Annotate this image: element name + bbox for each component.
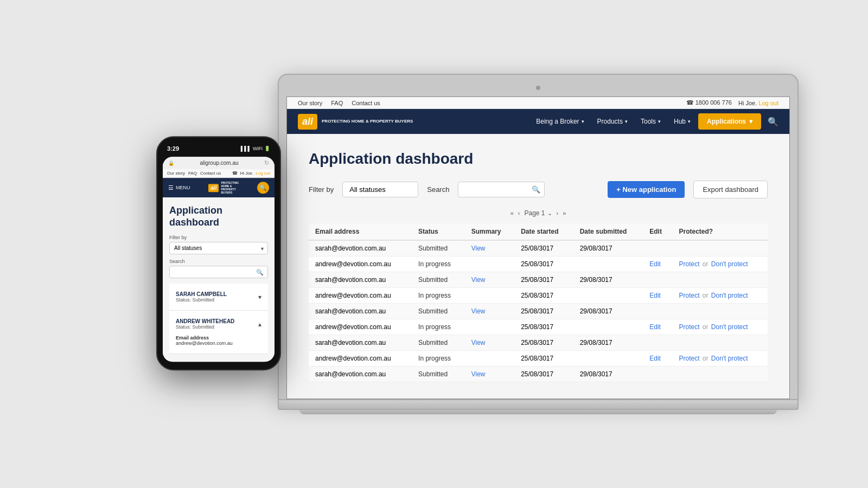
phone-topbar-contact[interactable]: Contact us bbox=[200, 171, 221, 176]
cell-edit[interactable]: Edit bbox=[643, 256, 672, 272]
dont-protect-link[interactable]: Don't protect bbox=[711, 260, 748, 268]
cell-status: Submitted bbox=[412, 367, 465, 382]
cell-date-started: 25/08/3017 bbox=[514, 240, 573, 256]
phone-page-title: Application dashboard bbox=[169, 205, 268, 228]
nav-products[interactable]: Products ▾ bbox=[592, 114, 633, 129]
battery-icon: 🔋 bbox=[264, 146, 270, 151]
cell-email: andrew@devotion.com.au bbox=[309, 288, 412, 304]
cell-summary[interactable]: View bbox=[465, 335, 514, 351]
or-separator: or bbox=[700, 355, 710, 362]
cell-edit[interactable]: Edit bbox=[643, 319, 672, 335]
phone-card-andrew-header[interactable]: ANDREW WHITEHEAD Status: Submitted ▴ bbox=[169, 315, 268, 333]
protect-link[interactable]: Protect bbox=[679, 292, 699, 299]
dont-protect-link[interactable]: Don't protect bbox=[711, 323, 748, 331]
applications-button[interactable]: Applications ▾ bbox=[698, 113, 761, 130]
cell-summary[interactable]: View bbox=[465, 304, 514, 319]
summary-view-link[interactable]: View bbox=[471, 339, 486, 346]
phone-card-sarah-chevron[interactable]: ▾ bbox=[258, 293, 261, 301]
topbar-link-contact[interactable]: Contact us bbox=[352, 100, 380, 106]
dont-protect-link[interactable]: Don't protect bbox=[711, 292, 748, 299]
cell-email: sarah@devotion.com.au bbox=[309, 304, 412, 319]
phone-main: Application dashboard Filter by All stat… bbox=[163, 197, 275, 362]
phone-navbar: ☰ MENU ali PROTECTINGHOME &PROPERTYBUYER… bbox=[163, 178, 275, 197]
phone-search-submit-icon[interactable]: 🔍 bbox=[256, 268, 264, 275]
phone-screen: 🔒 aligroup.com.au ↻ Our story FAQ Contac… bbox=[163, 157, 275, 362]
next-page-button[interactable]: › bbox=[557, 210, 559, 216]
logout-link[interactable]: Log out bbox=[758, 100, 778, 106]
search-icon[interactable]: 🔍 bbox=[768, 117, 778, 127]
cell-status: In progress bbox=[412, 256, 465, 272]
phone-logo: ali PROTECTINGHOME &PROPERTYBUYERS bbox=[208, 181, 239, 194]
search-submit-icon[interactable]: 🔍 bbox=[532, 185, 540, 194]
phone-card-andrew-chevron[interactable]: ▴ bbox=[258, 320, 261, 328]
refresh-icon[interactable]: ↻ bbox=[264, 159, 269, 166]
edit-link[interactable]: Edit bbox=[649, 292, 661, 299]
cell-summary bbox=[465, 351, 514, 367]
phone-url[interactable]: aligroup.com.au bbox=[200, 160, 238, 166]
filter-select[interactable]: All statuses Submitted In progress bbox=[342, 182, 418, 197]
page-dropdown-chevron[interactable]: ⌄ bbox=[547, 210, 552, 217]
new-application-button[interactable]: + New application bbox=[608, 181, 685, 198]
site-main: Application dashboard Filter by All stat… bbox=[287, 134, 789, 399]
phone-logout-link[interactable]: Log out bbox=[256, 171, 270, 176]
hamburger-icon: ☰ bbox=[168, 184, 174, 191]
phone-card-andrew-email-value: andrew@devotion.com.au bbox=[176, 341, 261, 346]
table-row: sarah@devotion.com.au Submitted View 25/… bbox=[309, 240, 768, 256]
hub-chevron: ▾ bbox=[688, 119, 691, 124]
cell-edit[interactable]: Edit bbox=[643, 288, 672, 304]
or-separator: or bbox=[700, 292, 710, 299]
dont-protect-link[interactable]: Don't protect bbox=[711, 355, 748, 362]
cell-summary[interactable]: View bbox=[465, 272, 514, 288]
phone-topbar-faq[interactable]: FAQ bbox=[188, 171, 197, 176]
cell-summary[interactable]: View bbox=[465, 240, 514, 256]
laptop-foot bbox=[299, 410, 777, 414]
cell-protected[interactable]: Protect or Don't protect bbox=[672, 351, 768, 367]
topbar-phone: ☎ 1800 006 776 bbox=[686, 99, 732, 106]
col-status: Status bbox=[412, 223, 465, 240]
cell-status: Submitted bbox=[412, 335, 465, 351]
nav-hub[interactable]: Hub ▾ bbox=[668, 114, 696, 129]
edit-link[interactable]: Edit bbox=[649, 355, 661, 362]
phone-filter-select[interactable]: All statuses bbox=[169, 242, 268, 254]
phone-topbar-ourstory[interactable]: Our story bbox=[167, 171, 185, 176]
cell-summary[interactable]: View bbox=[465, 367, 514, 382]
cell-protected[interactable]: Protect or Don't protect bbox=[672, 288, 768, 304]
phone-card-andrew-name: ANDREW WHITEHEAD bbox=[176, 318, 234, 324]
nav-broker[interactable]: Being a Broker ▾ bbox=[531, 114, 589, 129]
laptop-bezel: Our story FAQ Contact us ☎ 1800 006 776 … bbox=[278, 74, 799, 400]
phone-card-sarah-header[interactable]: SARAH CAMPBELL Status: Submitted ▾ bbox=[169, 288, 268, 306]
summary-view-link[interactable]: View bbox=[471, 370, 486, 378]
cell-protected[interactable]: Protect or Don't protect bbox=[672, 319, 768, 335]
cell-edit bbox=[643, 272, 672, 288]
cell-summary bbox=[465, 288, 514, 304]
summary-view-link[interactable]: View bbox=[471, 307, 486, 315]
protect-link[interactable]: Protect bbox=[679, 355, 699, 362]
phone-search-icon[interactable]: 🔍 bbox=[257, 182, 269, 194]
phone-filter-wrap: All statuses ▾ bbox=[169, 242, 268, 254]
summary-view-link[interactable]: View bbox=[471, 276, 486, 284]
export-dashboard-button[interactable]: Export dashboard bbox=[693, 181, 768, 198]
edit-link[interactable]: Edit bbox=[649, 260, 661, 268]
prev-page-button[interactable]: ‹ bbox=[518, 210, 520, 216]
cell-status: In progress bbox=[412, 351, 465, 367]
phone-notch bbox=[194, 145, 226, 152]
last-page-button[interactable]: » bbox=[563, 210, 566, 216]
cell-edit[interactable]: Edit bbox=[643, 351, 672, 367]
edit-link[interactable]: Edit bbox=[649, 323, 661, 331]
topbar-link-faq[interactable]: FAQ bbox=[331, 100, 343, 106]
page-title: Application dashboard bbox=[309, 150, 768, 168]
cell-protected bbox=[672, 240, 768, 256]
first-page-button[interactable]: « bbox=[510, 210, 514, 216]
phone-search-row: Search 🔍 bbox=[169, 259, 268, 278]
nav-tools[interactable]: Tools ▾ bbox=[635, 114, 666, 129]
cell-date-started: 25/08/3017 bbox=[514, 256, 573, 272]
protect-link[interactable]: Protect bbox=[679, 260, 699, 268]
topbar-link-ourstory[interactable]: Our story bbox=[298, 100, 322, 106]
protect-link[interactable]: Protect bbox=[679, 323, 699, 331]
summary-view-link[interactable]: View bbox=[471, 245, 486, 252]
phone-search-input[interactable] bbox=[169, 266, 268, 278]
phone-logo-icon: ali bbox=[208, 184, 219, 192]
cell-protected[interactable]: Protect or Don't protect bbox=[672, 256, 768, 272]
cell-date-started: 25/08/3017 bbox=[514, 319, 573, 335]
phone-menu-button[interactable]: ☰ MENU bbox=[168, 184, 190, 191]
